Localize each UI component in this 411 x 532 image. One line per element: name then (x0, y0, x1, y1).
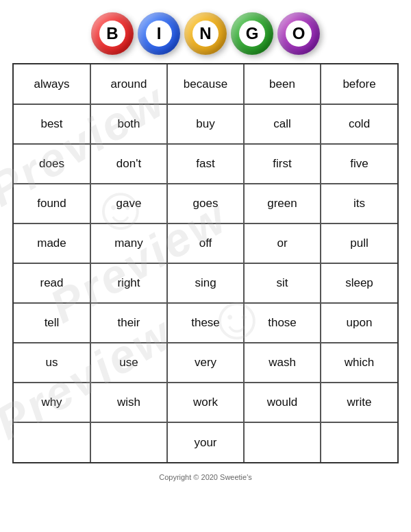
list-item: or (244, 223, 321, 263)
list-item: both (90, 104, 167, 144)
list-item: tell (14, 303, 90, 343)
list-item: many (90, 223, 167, 263)
word-grid: alwaysaroundbecausebeenbeforebestbothbuy… (12, 63, 399, 463)
list-item: gave (90, 184, 167, 223)
bingo-header: B I N G O (91, 0, 320, 63)
list-item: sing (167, 263, 244, 303)
list-item: sit (244, 263, 321, 303)
table-row: bestbothbuycallcold (14, 104, 397, 144)
ball-O: O (277, 12, 320, 55)
list-item: first (244, 144, 321, 184)
list-item: pull (321, 223, 397, 263)
list-item: why (14, 383, 90, 422)
list-item: made (14, 223, 90, 263)
list-item: write (321, 383, 397, 422)
list-item: always (14, 64, 90, 104)
table-row: whywishworkwouldwrite (14, 383, 397, 422)
copyright-text: Copyright © 2020 Sweetie's (159, 473, 252, 481)
table-row-last: your (14, 422, 397, 462)
table-row: foundgavegoesgreenits (14, 184, 397, 223)
list-item: before (321, 64, 397, 104)
ball-G: G (231, 12, 273, 55)
list-item: because (167, 64, 244, 104)
list-item: us (14, 343, 90, 383)
list-item: use (90, 343, 167, 383)
list-item: off (167, 223, 244, 263)
footer: Copyright © 2020 Sweetie's (159, 473, 252, 488)
list-item: five (321, 144, 397, 184)
list-item: around (90, 64, 167, 104)
list-item (244, 422, 321, 462)
list-item: wash (244, 343, 321, 383)
list-item: buy (167, 104, 244, 144)
list-item: wish (90, 383, 167, 422)
list-item: work (167, 383, 244, 422)
list-item (321, 422, 397, 462)
list-item: best (14, 104, 90, 144)
list-item: which (321, 343, 397, 383)
list-item: found (14, 184, 90, 223)
list-item: don't (90, 144, 167, 184)
table-row: alwaysaroundbecausebeenbefore (14, 64, 397, 104)
list-item (14, 422, 90, 462)
list-item: call (244, 104, 321, 144)
table-row: doesdon'tfastfirstfive (14, 144, 397, 184)
list-item: very (167, 343, 244, 383)
list-item: fast (167, 144, 244, 184)
table-row: ususeverywashwhich (14, 343, 397, 383)
ball-N: N (184, 12, 227, 55)
list-item: green (244, 184, 321, 223)
ball-I: I (138, 12, 180, 55)
list-item: upon (321, 303, 397, 343)
list-item: these (167, 303, 244, 343)
list-item: its (321, 184, 397, 223)
ball-B: B (91, 12, 134, 55)
list-item: goes (167, 184, 244, 223)
ball-B-letter: B (99, 21, 125, 47)
list-item: right (90, 263, 167, 303)
ball-O-letter: O (286, 21, 312, 47)
list-item (90, 422, 167, 462)
list-item: been (244, 64, 321, 104)
list-item: cold (321, 104, 397, 144)
list-item: their (90, 303, 167, 343)
ball-N-letter: N (192, 21, 219, 47)
list-item: would (244, 383, 321, 422)
list-item: does (14, 144, 90, 184)
word-grid-wrapper: Preview Preview Preview ☺ ☺ alwaysaround… (0, 63, 411, 463)
table-row: telltheirthesethoseupon (14, 303, 397, 343)
table-row: mademanyofforpull (14, 223, 397, 263)
ball-G-letter: G (239, 21, 265, 47)
list-item: read (14, 263, 90, 303)
list-item: those (244, 303, 321, 343)
table-row: readrightsingsitsleep (14, 263, 397, 303)
list-item: your (167, 422, 244, 462)
list-item: sleep (321, 263, 397, 303)
ball-I-letter: I (146, 21, 172, 47)
